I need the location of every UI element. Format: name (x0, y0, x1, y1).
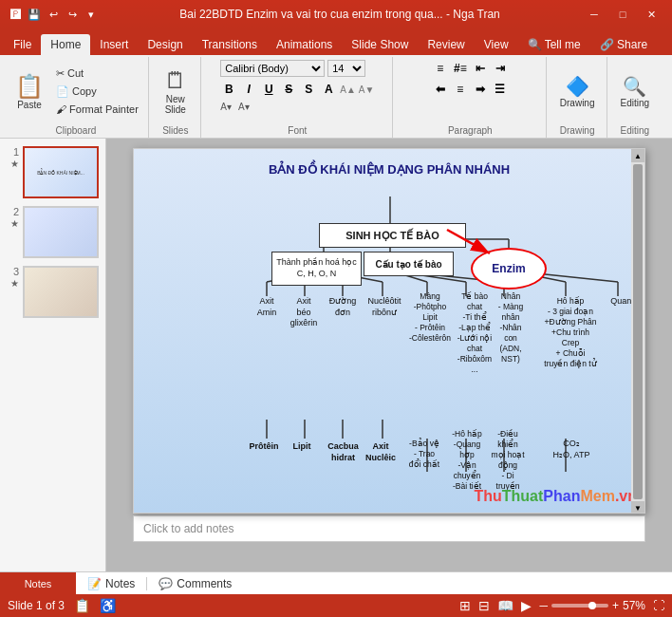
zoom-in-button[interactable]: + (612, 599, 619, 612)
underline-button[interactable]: U (260, 81, 277, 98)
copy-button[interactable]: 📄 Copy (52, 83, 142, 100)
new-slide-button[interactable]: 🗒 NewSlide (157, 65, 195, 118)
italic-button[interactable]: I (240, 81, 257, 98)
thanh-phan-node: Thành phần hoá học C, H, O, N (271, 252, 362, 286)
slide-3-thumb[interactable] (23, 266, 99, 318)
zoom-slider[interactable] (551, 604, 608, 608)
slide-panel: 1 ★ BẢN ĐỒ KHÁI NIỆM... 2 ★ 3 ★ (0, 139, 106, 571)
font-bgcolor-a[interactable]: A▾ (238, 102, 250, 112)
new-slide-icon: 🗒 (164, 67, 187, 94)
font-size-increase[interactable]: A▲ (340, 84, 356, 95)
bold-button[interactable]: B (220, 81, 237, 98)
font-family-select[interactable]: Calibri (Body) (220, 60, 325, 77)
zoom-thumb[interactable] (588, 602, 596, 609)
minimize-button[interactable]: ─ (581, 5, 607, 24)
notes-hint[interactable]: Click to add notes (133, 515, 645, 542)
tab-review[interactable]: Review (418, 34, 474, 55)
status-right: ⊞ ⊟ 📖 ▶ ─ + 57% ⛶ (459, 598, 664, 613)
editing-content: 🔍 Editing (615, 59, 656, 123)
notes-status-icon[interactable]: 📋 (74, 598, 90, 613)
view-slideshow-icon[interactable]: ▶ (521, 598, 532, 613)
status-left: Slide 1 of 3 📋 ♿ (8, 598, 459, 613)
strikethrough-button[interactable]: S (280, 81, 297, 98)
tab-tellme[interactable]: 🔍 Tell me (518, 34, 590, 55)
tab-slideshow[interactable]: Slide Show (342, 34, 418, 55)
mang-node: Màng-PhôtphoLipit- Prôtêin-Côlestêrôn (406, 291, 454, 344)
numbered-list-button[interactable]: #≡ (452, 60, 469, 77)
slide-1-thumb[interactable]: BẢN ĐỒ KHÁI NIỆM... (23, 146, 99, 198)
editing-group: 🔍 Editing Editing (609, 57, 662, 138)
watermark-mem: Mem (580, 488, 614, 504)
slide-canvas[interactable]: BẢN ĐỒ KHÁI NIỆM DẠNG PHÂN NHÁNH SINH HỌ… (133, 148, 645, 514)
maximize-button[interactable]: □ (609, 5, 636, 24)
customize-icon[interactable]: ▾ (84, 7, 99, 22)
protein-node: Prôtêin (243, 441, 285, 453)
font-row-2: B I U S S A A▲ A▼ (220, 81, 374, 98)
clipboard-content: 📋 Paste ✂ Cut 📄 Copy 🖌 Format Painter (9, 59, 142, 123)
font-row-1: Calibri (Body) 14 (220, 60, 365, 77)
format-painter-button[interactable]: 🖌 Format Painter (52, 101, 142, 118)
zoom-out-button[interactable]: ─ (539, 599, 548, 612)
paste-button[interactable]: 📋 Paste (9, 65, 49, 118)
tab-transitions[interactable]: Transitions (193, 34, 267, 55)
cau-tao-node: Cấu tạo tế bào (364, 252, 454, 276)
editing-button[interactable]: 🔍 Editing (615, 65, 656, 118)
font-size-select[interactable]: 14 (327, 60, 365, 77)
tab-insert[interactable]: Insert (90, 34, 138, 55)
font-color-a[interactable]: A▾ (220, 102, 232, 112)
accessibility-icon[interactable]: ♿ (100, 598, 116, 613)
view-reading-icon[interactable]: 📖 (497, 598, 513, 613)
shadow-button[interactable]: S (300, 81, 317, 98)
clipboard-group: 📋 Paste ✂ Cut 📄 Copy 🖌 Format Painter Cl… (4, 57, 149, 138)
tab-design[interactable]: Design (138, 34, 192, 55)
redo-icon[interactable]: ↪ (65, 7, 80, 22)
align-left-button[interactable]: ⬅ (432, 81, 449, 98)
notes-tab-label: Notes (105, 577, 135, 590)
font-label: Font (288, 123, 307, 138)
zoom-level[interactable]: 57% (623, 599, 645, 612)
align-center-button[interactable]: ≡ (452, 81, 469, 98)
scroll-up-button[interactable]: ▲ (631, 149, 644, 162)
tab-share[interactable]: 🔗 Share (590, 34, 657, 55)
vertical-scrollbar[interactable]: ▲ ▼ (631, 149, 644, 514)
tab-home[interactable]: Home (41, 34, 90, 55)
close-button[interactable]: ✕ (638, 5, 664, 24)
font-content: Calibri (Body) 14 B I U S S A A▲ A▼ A▾ A… (220, 59, 374, 123)
scroll-thumb[interactable] (633, 164, 643, 499)
watermark: ThuThuatPhanMem.vn (474, 488, 637, 505)
ho-hap-node: Hô hấp- 3 giai đoạn+Đường Phân+Chu trình… (537, 296, 604, 369)
tab-animations[interactable]: Animations (267, 34, 342, 55)
save-icon[interactable]: 💾 (27, 7, 42, 22)
view-slide-sorter-icon[interactable]: ⊟ (478, 598, 490, 613)
notes-tab[interactable]: 📝 Notes (76, 577, 147, 590)
watermark-thuat: Thuat (502, 488, 544, 504)
increase-indent-button[interactable]: ⇥ (492, 60, 509, 77)
bottom-left: Notes 📝 Notes 💬 Comments (0, 572, 672, 595)
font-group: Calibri (Body) 14 B I U S S A A▲ A▼ A▾ A… (203, 57, 393, 138)
zoom-control: ─ + 57% (539, 599, 645, 612)
notes-label: Notes (25, 578, 52, 589)
drawing-button[interactable]: 🔷 Drawing (554, 65, 601, 118)
tab-file[interactable]: File (4, 34, 41, 55)
slides-label: Slides (162, 123, 188, 138)
window-buttons: ─ □ ✕ (581, 5, 664, 24)
bullet-list-button[interactable]: ≡ (432, 60, 449, 77)
tab-view[interactable]: View (475, 34, 518, 55)
duong-don-node: Đườngđơn (324, 296, 362, 318)
justify-button[interactable]: ☰ (492, 81, 509, 98)
align-right-button[interactable]: ➡ (472, 81, 489, 98)
comments-tab[interactable]: 💬 Comments (147, 577, 243, 590)
undo-icon[interactable]: ↩ (46, 7, 61, 22)
view-normal-icon[interactable]: ⊞ (459, 598, 471, 613)
font-size-decrease[interactable]: A▼ (359, 84, 375, 95)
slide-2-container: 2 ★ (6, 206, 100, 258)
char-spacing-button[interactable]: A (320, 81, 337, 98)
slide-2-thumb[interactable] (23, 206, 99, 258)
fit-to-window-button[interactable]: ⛶ (653, 599, 664, 612)
dieu-khien-node: -Điềukhiểnmọi hoạtđộng- Ditruyền (483, 429, 532, 492)
decrease-indent-button[interactable]: ⇤ (472, 60, 489, 77)
scroll-down-button[interactable]: ▼ (631, 501, 644, 514)
cut-button[interactable]: ✂ Cut (52, 65, 142, 82)
drawing-content: 🔷 Drawing (554, 59, 601, 123)
clipboard-col: ✂ Cut 📄 Copy 🖌 Format Painter (52, 65, 142, 118)
